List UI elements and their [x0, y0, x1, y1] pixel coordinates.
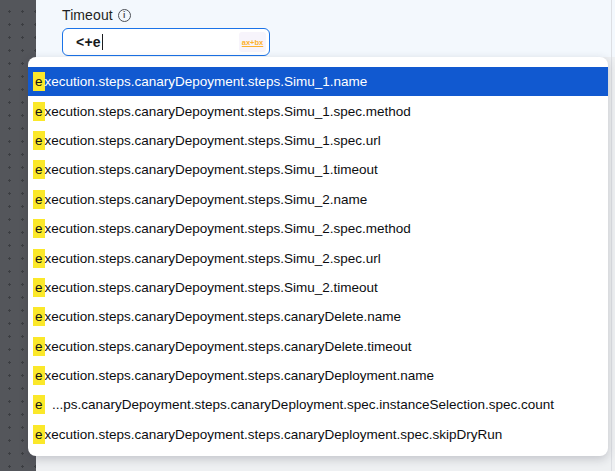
match-highlight: e — [33, 160, 45, 179]
suggestion-item[interactable]: execution.steps.canaryDepoyment.steps.Si… — [28, 126, 608, 155]
timeout-label-row: Timeout i — [62, 6, 270, 24]
suggestion-text: ...ps.canaryDepoyment.steps.canaryDeploy… — [45, 397, 555, 412]
suggestion-item[interactable]: execution.steps.canaryDepoyment.steps.Si… — [28, 243, 608, 272]
suggestion-text: xecution.steps.canaryDepoyment.steps.Sim… — [45, 74, 368, 89]
match-highlight: e — [33, 307, 45, 326]
match-highlight: e — [33, 131, 45, 150]
suggestion-text: xecution.steps.canaryDepoyment.steps.can… — [45, 339, 412, 354]
suggestion-text: xecution.steps.canaryDepoyment.steps.Sim… — [45, 280, 378, 295]
suggestion-item[interactable]: execution.steps.canaryDepoyment.steps.Si… — [28, 185, 608, 214]
match-highlight: e — [33, 72, 45, 91]
text-caret — [102, 34, 104, 50]
suggestion-item[interactable]: execution.steps.canaryDepoyment.steps.ca… — [28, 302, 608, 331]
panel-right-divider — [611, 0, 612, 471]
match-highlight: e — [33, 219, 45, 238]
info-icon[interactable]: i — [118, 9, 131, 22]
suggestion-item[interactable]: execution.steps.canaryDepoyment.steps.Si… — [28, 96, 608, 125]
match-highlight: e — [33, 190, 45, 209]
match-highlight: e — [33, 395, 45, 414]
suggestion-text: xecution.steps.canaryDepoyment.steps.Sim… — [45, 162, 378, 177]
suggestion-item[interactable]: execution.steps.canaryDepoyment.steps.ca… — [28, 332, 608, 361]
match-highlight: e — [33, 249, 45, 268]
suggestion-text: xecution.steps.canaryDepoyment.steps.Sim… — [45, 133, 381, 148]
match-highlight: e — [33, 278, 45, 297]
suggestion-text: xecution.steps.canaryDepoyment.steps.can… — [45, 368, 434, 383]
suggestion-text: xecution.steps.canaryDepoyment.steps.Sim… — [45, 221, 411, 236]
timeout-field: Timeout i <+e ax+bx — [62, 6, 270, 56]
step-config-overlay: Timeout i <+e ax+bx execution.steps.cana… — [0, 0, 615, 471]
suggestion-item[interactable]: execution.steps.canaryDepoyment.steps.ca… — [28, 361, 608, 390]
timeout-input-value: <+e — [76, 34, 101, 50]
suggestion-text: xecution.steps.canaryDepoyment.steps.can… — [45, 309, 401, 324]
suggestion-item[interactable]: execution.steps.canaryDepoyment.steps.ca… — [28, 420, 608, 449]
timeout-label: Timeout — [62, 7, 113, 23]
suggestion-text: xecution.steps.canaryDepoyment.steps.Sim… — [45, 192, 368, 207]
suggestion-list: execution.steps.canaryDepoyment.steps.Si… — [28, 57, 608, 456]
match-highlight: e — [33, 366, 45, 385]
suggestion-item[interactable]: execution.steps.canaryDepoyment.steps.Si… — [28, 214, 608, 243]
suggestion-item[interactable]: execution.steps.canaryDepoyment.steps.Si… — [28, 155, 608, 184]
match-highlight: e — [33, 425, 45, 444]
suggestion-text: xecution.steps.canaryDepoyment.steps.Sim… — [45, 104, 411, 119]
timeout-input[interactable]: <+e ax+bx — [62, 28, 270, 56]
suggestion-text: xecution.steps.canaryDepoyment.steps.Sim… — [45, 251, 381, 266]
suggestion-item[interactable]: e ...ps.canaryDepoyment.steps.canaryDepl… — [28, 390, 608, 419]
suggestion-text: xecution.steps.canaryDepoyment.steps.can… — [45, 427, 503, 442]
match-highlight: e — [33, 102, 45, 121]
match-highlight: e — [33, 337, 45, 356]
suggestion-item[interactable]: execution.steps.canaryDepoyment.steps.Si… — [28, 273, 608, 302]
expression-badge-icon[interactable]: ax+bx — [239, 32, 266, 52]
suggestion-item[interactable]: execution.steps.canaryDepoyment.steps.Si… — [28, 67, 608, 96]
